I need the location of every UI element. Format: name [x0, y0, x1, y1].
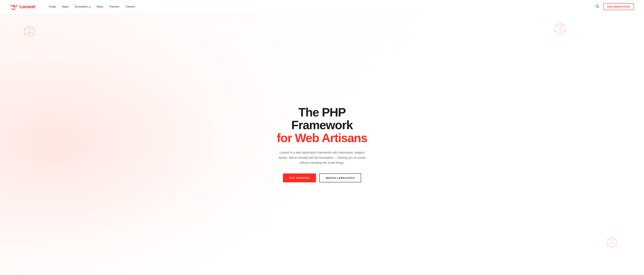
nav-link-forge[interactable]: Forge — [49, 5, 56, 8]
nav-link-ecosystem[interactable]: Ecosystem — [75, 5, 90, 8]
ecosystem-label: Ecosystem — [75, 5, 88, 8]
hero-bg-gradient — [0, 13, 290, 275]
get-started-button[interactable]: GET STARTED — [283, 173, 316, 182]
nav-right: DOCUMENTATION — [596, 3, 634, 10]
cube-decoration-top-left — [24, 25, 35, 37]
hero-title-line1: The PHP Framework — [272, 106, 372, 131]
nav-link-news[interactable]: News — [96, 5, 103, 8]
navbar: Laravel Forge Vapor Ecosystem News Partn… — [0, 0, 644, 13]
laravel-logo-icon — [10, 3, 18, 10]
nav-link-vapor[interactable]: Vapor — [62, 5, 69, 8]
svg-line-1 — [598, 7, 599, 8]
watch-laracasts-button[interactable]: WATCH LARACASTS — [319, 173, 361, 182]
hero-content: The PHP Framework for Web Artisans Larav… — [265, 106, 379, 182]
documentation-button[interactable]: DOCUMENTATION — [603, 3, 634, 10]
nav-link-careers[interactable]: Careers — [126, 5, 135, 8]
nav-links: Forge Vapor Ecosystem News Partners Care… — [49, 5, 135, 8]
hero-section: The PHP Framework for Web Artisans Larav… — [0, 13, 644, 275]
hero-description: Laravel is a web application framework w… — [275, 150, 369, 165]
hero-title-line2: for Web Artisans — [272, 131, 372, 145]
hero-buttons: GET STARTED WATCH LARACASTS — [272, 173, 372, 182]
nav-link-partners[interactable]: Partners — [109, 5, 120, 8]
hero-title: The PHP Framework for Web Artisans — [272, 106, 372, 145]
search-icon[interactable] — [596, 4, 599, 9]
cube-decoration-top-center — [554, 22, 567, 36]
logo-text: Laravel — [20, 4, 36, 9]
chevron-down-icon — [88, 5, 91, 8]
cube-decoration-bottom-right — [606, 237, 617, 248]
logo-link[interactable]: Laravel — [10, 3, 36, 10]
